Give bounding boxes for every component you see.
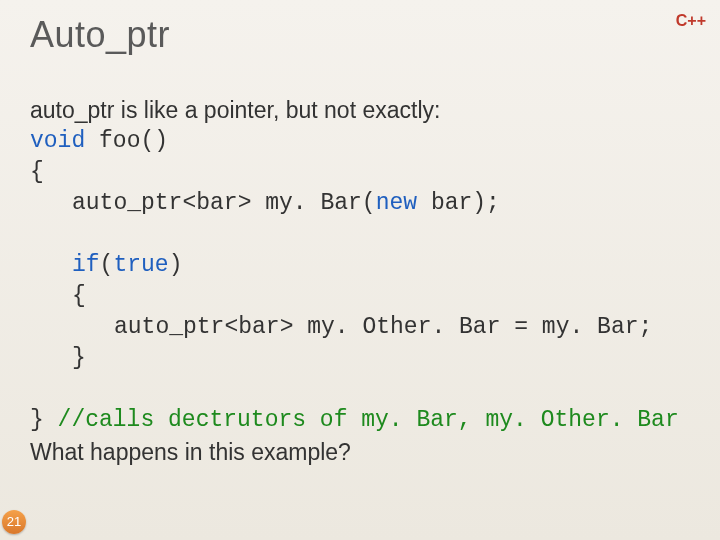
- language-tag: C++: [676, 12, 706, 30]
- slide: C++ Auto_ptr auto_ptr is like a pointer,…: [0, 0, 720, 540]
- code-comment: //calls dectrutors of my. Bar, my. Other…: [58, 407, 679, 433]
- slide-body: auto_ptr is like a pointer, but not exac…: [30, 95, 700, 468]
- code-text: bar);: [417, 190, 500, 216]
- intro-text: auto_ptr is like a pointer, but not exac…: [30, 95, 700, 126]
- code-blank: [30, 219, 700, 250]
- code-text: auto_ptr<bar> my. Bar(: [72, 190, 376, 216]
- code-line-3: auto_ptr<bar> my. Bar(new bar);: [30, 188, 700, 219]
- code-line-4: if(true): [30, 250, 700, 281]
- code-text: ): [169, 252, 183, 278]
- question-text: What happens in this example?: [30, 437, 700, 468]
- slide-title: Auto_ptr: [30, 14, 170, 56]
- code-text: (: [100, 252, 114, 278]
- code-text: }: [72, 345, 86, 371]
- code-line-1: void foo(): [30, 126, 700, 157]
- code-text: auto_ptr<bar> my. Other. Bar = my. Bar;: [114, 314, 652, 340]
- keyword-if: if: [72, 252, 100, 278]
- keyword-new: new: [376, 190, 417, 216]
- code-text: }: [30, 407, 58, 433]
- keyword-void: void: [30, 128, 85, 154]
- code-text: foo(): [85, 128, 168, 154]
- code-line-6: auto_ptr<bar> my. Other. Bar = my. Bar;: [30, 312, 700, 343]
- code-line-7: }: [30, 343, 700, 374]
- code-text: {: [72, 283, 86, 309]
- slide-number-badge: 21: [2, 510, 26, 534]
- code-line-5: {: [30, 281, 700, 312]
- code-line-2: {: [30, 157, 700, 188]
- keyword-true: true: [113, 252, 168, 278]
- code-blank-2: [30, 374, 700, 405]
- code-line-8: } //calls dectrutors of my. Bar, my. Oth…: [30, 405, 700, 436]
